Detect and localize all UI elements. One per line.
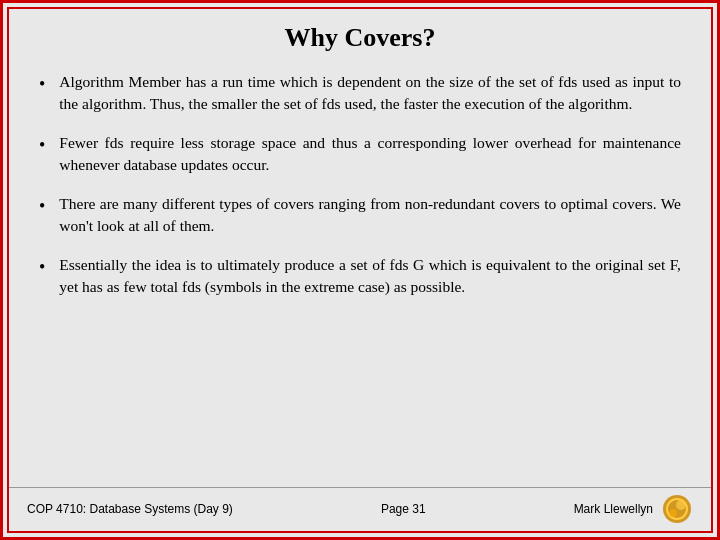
bullet-text-2: Fewer fds require less storage space and… [59, 132, 681, 177]
bullet-text-3: There are many different types of covers… [59, 193, 681, 238]
bullet-text-4: Essentially the idea is to ultimately pr… [59, 254, 681, 299]
bullet-text-1: Algorithm Member has a run time which is… [59, 71, 681, 116]
slide-inner: Why Covers? • Algorithm Member has a run… [7, 7, 713, 533]
bullet-item-1: • Algorithm Member has a run time which … [39, 67, 681, 120]
svg-point-3 [669, 509, 677, 517]
slide-footer: COP 4710: Database Systems (Day 9) Page … [9, 487, 711, 531]
slide-content: • Algorithm Member has a run time which … [9, 63, 711, 487]
bullet-dot-3: • [39, 194, 45, 219]
slide-container: Why Covers? • Algorithm Member has a run… [0, 0, 720, 540]
footer-right-items: Mark Llewellyn [574, 493, 693, 525]
bullet-item-3: • There are many different types of cove… [39, 189, 681, 242]
bullet-item-4: • Essentially the idea is to ultimately … [39, 250, 681, 303]
svg-point-2 [676, 500, 686, 510]
slide-title: Why Covers? [9, 9, 711, 63]
bullet-dot-4: • [39, 255, 45, 280]
footer-center: Page 31 [381, 502, 426, 516]
footer-logo-icon [661, 493, 693, 525]
footer-items: COP 4710: Database Systems (Day 9) [27, 502, 233, 516]
bullet-dot-2: • [39, 133, 45, 158]
bullet-item-2: • Fewer fds require less storage space a… [39, 128, 681, 181]
footer-right: Mark Llewellyn [574, 502, 653, 516]
bullet-dot-1: • [39, 72, 45, 97]
footer-left: COP 4710: Database Systems (Day 9) [27, 502, 233, 516]
